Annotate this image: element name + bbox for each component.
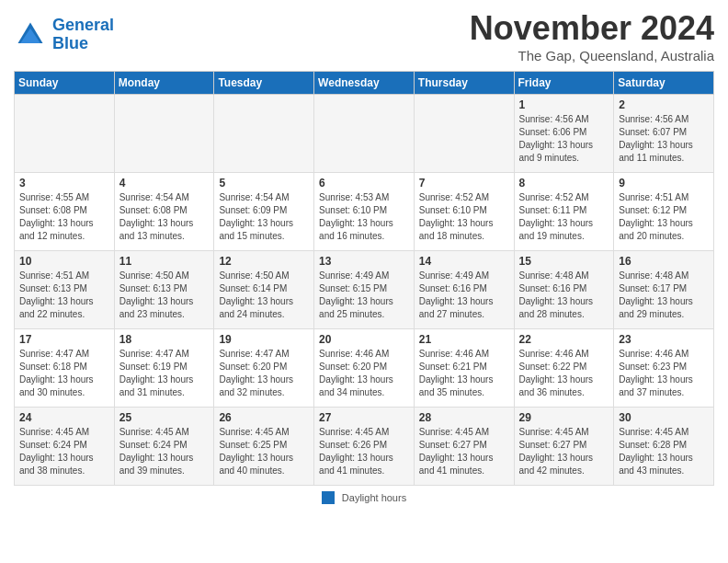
week-row-3: 17Sunrise: 4:47 AM Sunset: 6:18 PM Dayli… bbox=[15, 329, 714, 408]
day-number: 14 bbox=[419, 255, 509, 268]
header: General Blue November 2024 The Gap, Quee… bbox=[14, 9, 714, 63]
day-info: Sunrise: 4:49 AM Sunset: 6:16 PM Dayligh… bbox=[419, 270, 509, 321]
day-cell: 9Sunrise: 4:51 AM Sunset: 6:12 PM Daylig… bbox=[614, 173, 714, 251]
day-info: Sunrise: 4:46 AM Sunset: 6:20 PM Dayligh… bbox=[319, 348, 409, 399]
day-info: Sunrise: 4:47 AM Sunset: 6:18 PM Dayligh… bbox=[19, 348, 109, 399]
day-number: 3 bbox=[19, 177, 109, 190]
day-info: Sunrise: 4:51 AM Sunset: 6:13 PM Dayligh… bbox=[19, 270, 109, 321]
footer-label: Daylight hours bbox=[342, 492, 406, 503]
day-cell: 29Sunrise: 4:45 AM Sunset: 6:27 PM Dayli… bbox=[514, 408, 614, 486]
day-cell: 15Sunrise: 4:48 AM Sunset: 6:16 PM Dayli… bbox=[514, 251, 614, 329]
col-header-sunday: Sunday bbox=[15, 72, 115, 95]
subtitle: The Gap, Queensland, Australia bbox=[470, 48, 714, 63]
day-cell: 30Sunrise: 4:45 AM Sunset: 6:28 PM Dayli… bbox=[614, 408, 714, 486]
day-number: 7 bbox=[419, 177, 509, 190]
day-cell: 8Sunrise: 4:52 AM Sunset: 6:11 PM Daylig… bbox=[514, 173, 614, 251]
day-number: 20 bbox=[319, 333, 409, 346]
day-info: Sunrise: 4:47 AM Sunset: 6:19 PM Dayligh… bbox=[119, 348, 210, 399]
day-info: Sunrise: 4:45 AM Sunset: 6:28 PM Dayligh… bbox=[619, 426, 709, 477]
day-number: 30 bbox=[619, 411, 709, 424]
day-number: 10 bbox=[19, 255, 109, 268]
day-info: Sunrise: 4:54 AM Sunset: 6:09 PM Dayligh… bbox=[219, 191, 309, 243]
day-cell: 21Sunrise: 4:46 AM Sunset: 6:21 PM Dayli… bbox=[414, 329, 514, 408]
day-info: Sunrise: 4:45 AM Sunset: 6:27 PM Dayligh… bbox=[419, 426, 509, 477]
col-header-saturday: Saturday bbox=[614, 72, 714, 95]
day-cell: 13Sunrise: 4:49 AM Sunset: 6:15 PM Dayli… bbox=[314, 251, 415, 329]
day-info: Sunrise: 4:46 AM Sunset: 6:23 PM Dayligh… bbox=[619, 348, 709, 399]
day-cell: 22Sunrise: 4:46 AM Sunset: 6:22 PM Dayli… bbox=[514, 329, 614, 408]
day-number: 18 bbox=[119, 333, 210, 346]
day-number: 4 bbox=[119, 177, 210, 190]
logo-text: General Blue bbox=[52, 17, 114, 53]
day-cell: 7Sunrise: 4:52 AM Sunset: 6:10 PM Daylig… bbox=[414, 173, 514, 251]
page: General Blue November 2024 The Gap, Quee… bbox=[0, 0, 728, 518]
day-number: 28 bbox=[419, 411, 509, 424]
footer: Daylight hours bbox=[14, 491, 714, 504]
day-number: 17 bbox=[19, 333, 109, 346]
day-cell bbox=[114, 95, 214, 173]
day-number: 29 bbox=[519, 411, 609, 424]
logo-icon bbox=[14, 18, 47, 52]
day-number: 21 bbox=[419, 333, 509, 346]
col-header-tuesday: Tuesday bbox=[214, 72, 314, 95]
day-info: Sunrise: 4:46 AM Sunset: 6:21 PM Dayligh… bbox=[419, 348, 509, 399]
logo-line1: General bbox=[52, 16, 114, 34]
footer-color-box bbox=[322, 491, 335, 504]
day-cell: 24Sunrise: 4:45 AM Sunset: 6:24 PM Dayli… bbox=[15, 408, 115, 486]
day-cell: 11Sunrise: 4:50 AM Sunset: 6:13 PM Dayli… bbox=[114, 251, 214, 329]
title-area: November 2024 The Gap, Queensland, Austr… bbox=[470, 9, 714, 63]
day-cell bbox=[314, 95, 415, 173]
calendar-table: SundayMondayTuesdayWednesdayThursdayFrid… bbox=[14, 71, 714, 486]
day-cell: 6Sunrise: 4:53 AM Sunset: 6:10 PM Daylig… bbox=[314, 173, 415, 251]
day-number: 5 bbox=[219, 177, 309, 190]
day-number: 19 bbox=[219, 333, 309, 346]
day-cell: 5Sunrise: 4:54 AM Sunset: 6:09 PM Daylig… bbox=[214, 173, 314, 251]
day-number: 2 bbox=[619, 98, 709, 111]
day-number: 9 bbox=[619, 177, 709, 190]
day-info: Sunrise: 4:47 AM Sunset: 6:20 PM Dayligh… bbox=[219, 348, 309, 399]
day-info: Sunrise: 4:51 AM Sunset: 6:12 PM Dayligh… bbox=[619, 191, 709, 243]
day-cell: 20Sunrise: 4:46 AM Sunset: 6:20 PM Dayli… bbox=[314, 329, 415, 408]
day-cell: 3Sunrise: 4:55 AM Sunset: 6:08 PM Daylig… bbox=[15, 173, 115, 251]
day-cell bbox=[414, 95, 514, 173]
col-header-monday: Monday bbox=[114, 72, 214, 95]
day-number: 8 bbox=[519, 177, 609, 190]
day-info: Sunrise: 4:50 AM Sunset: 6:14 PM Dayligh… bbox=[219, 270, 309, 321]
day-info: Sunrise: 4:55 AM Sunset: 6:08 PM Dayligh… bbox=[19, 191, 109, 243]
day-cell: 4Sunrise: 4:54 AM Sunset: 6:08 PM Daylig… bbox=[114, 173, 214, 251]
day-cell: 10Sunrise: 4:51 AM Sunset: 6:13 PM Dayli… bbox=[15, 251, 115, 329]
day-info: Sunrise: 4:50 AM Sunset: 6:13 PM Dayligh… bbox=[119, 270, 210, 321]
week-row-2: 10Sunrise: 4:51 AM Sunset: 6:13 PM Dayli… bbox=[15, 251, 714, 329]
main-title: November 2024 bbox=[470, 9, 714, 48]
footer-row: Daylight hours bbox=[14, 491, 714, 504]
day-number: 12 bbox=[219, 255, 309, 268]
day-info: Sunrise: 4:53 AM Sunset: 6:10 PM Dayligh… bbox=[319, 191, 409, 243]
day-info: Sunrise: 4:48 AM Sunset: 6:17 PM Dayligh… bbox=[619, 270, 709, 321]
logo-line2: Blue bbox=[52, 34, 88, 52]
day-number: 1 bbox=[519, 98, 609, 111]
day-number: 23 bbox=[619, 333, 709, 346]
day-cell bbox=[15, 95, 115, 173]
day-cell: 12Sunrise: 4:50 AM Sunset: 6:14 PM Dayli… bbox=[214, 251, 314, 329]
day-info: Sunrise: 4:45 AM Sunset: 6:24 PM Dayligh… bbox=[19, 426, 109, 477]
day-number: 15 bbox=[519, 255, 609, 268]
day-cell: 17Sunrise: 4:47 AM Sunset: 6:18 PM Dayli… bbox=[15, 329, 115, 408]
day-cell: 25Sunrise: 4:45 AM Sunset: 6:24 PM Dayli… bbox=[114, 408, 214, 486]
day-info: Sunrise: 4:48 AM Sunset: 6:16 PM Dayligh… bbox=[519, 270, 609, 321]
header-row: SundayMondayTuesdayWednesdayThursdayFrid… bbox=[15, 72, 714, 95]
day-number: 26 bbox=[219, 411, 309, 424]
day-info: Sunrise: 4:45 AM Sunset: 6:27 PM Dayligh… bbox=[519, 426, 609, 477]
week-row-0: 1Sunrise: 4:56 AM Sunset: 6:06 PM Daylig… bbox=[15, 95, 714, 173]
day-cell: 19Sunrise: 4:47 AM Sunset: 6:20 PM Dayli… bbox=[214, 329, 314, 408]
day-cell: 23Sunrise: 4:46 AM Sunset: 6:23 PM Dayli… bbox=[614, 329, 714, 408]
day-cell: 1Sunrise: 4:56 AM Sunset: 6:06 PM Daylig… bbox=[514, 95, 614, 173]
day-cell bbox=[214, 95, 314, 173]
day-info: Sunrise: 4:46 AM Sunset: 6:22 PM Dayligh… bbox=[519, 348, 609, 399]
day-cell: 18Sunrise: 4:47 AM Sunset: 6:19 PM Dayli… bbox=[114, 329, 214, 408]
day-cell: 14Sunrise: 4:49 AM Sunset: 6:16 PM Dayli… bbox=[414, 251, 514, 329]
day-cell: 28Sunrise: 4:45 AM Sunset: 6:27 PM Dayli… bbox=[414, 408, 514, 486]
day-number: 11 bbox=[119, 255, 210, 268]
day-info: Sunrise: 4:45 AM Sunset: 6:24 PM Dayligh… bbox=[119, 426, 210, 477]
day-info: Sunrise: 4:52 AM Sunset: 6:11 PM Dayligh… bbox=[519, 191, 609, 243]
week-row-4: 24Sunrise: 4:45 AM Sunset: 6:24 PM Dayli… bbox=[15, 408, 714, 486]
